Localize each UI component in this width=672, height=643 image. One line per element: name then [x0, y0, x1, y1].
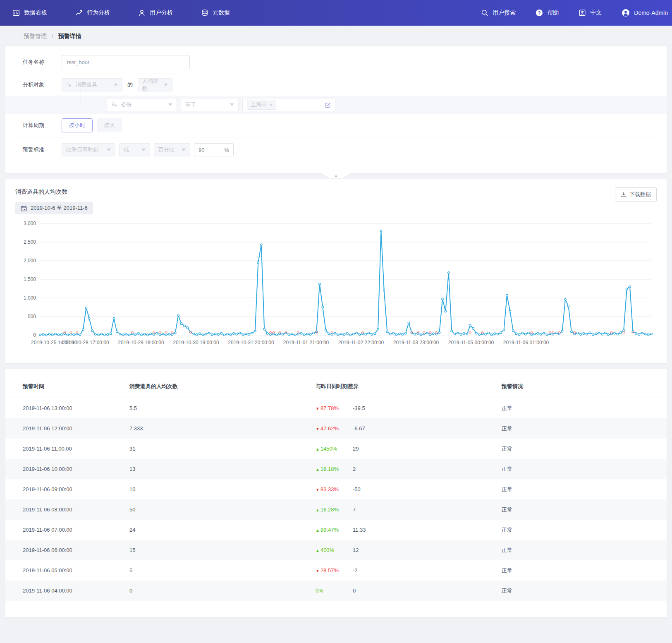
task-name-input[interactable]: test_hour: [62, 55, 190, 69]
nav-item-user-analysis[interactable]: 用户分析: [138, 9, 173, 17]
data-point: [614, 332, 616, 334]
status-text: 正常: [502, 465, 667, 473]
table-row: 2019-11-06 06:00:0015▲400%12正常: [5, 540, 667, 560]
data-point: [463, 333, 465, 335]
diff-cell: ▲89.47%11.33: [316, 527, 502, 533]
data-point: [383, 290, 385, 292]
data-point: [386, 331, 388, 333]
data-point: [352, 333, 354, 335]
metric-value-cell: 13: [129, 466, 316, 472]
diff-value: 12: [353, 547, 359, 553]
data-point: [147, 334, 149, 336]
date-range-picker[interactable]: 2019-10-6 至 2019-11-6: [15, 202, 93, 214]
filter-value-text: 上海市: [251, 101, 267, 108]
data-point: [617, 333, 619, 335]
alert-table-panel: 预警时间消费道具的人均次数与昨日同时刻差异预警情况 2019-11-06 13:…: [5, 369, 667, 617]
table-row: 2019-11-06 13:00:005.5▼87.78%-39.5正常: [5, 398, 667, 418]
data-point: [220, 332, 222, 334]
period-daily-button[interactable]: 按天: [97, 118, 122, 132]
data-point: [202, 334, 204, 336]
download-label: 下载数据: [629, 191, 651, 198]
diff-value: 29: [353, 446, 359, 452]
status-text: 正常: [502, 567, 667, 574]
status-text: 正常: [502, 425, 667, 432]
nav-item-behavior[interactable]: 行为分析: [75, 9, 110, 17]
data-point: [644, 333, 646, 335]
nav-item-help[interactable]: ?帮助: [536, 9, 559, 17]
trend-percent: 0%: [316, 588, 353, 594]
property-list-icon: [111, 102, 117, 108]
click-event-icon: [66, 82, 72, 88]
data-point: [647, 333, 649, 336]
data-point: [122, 334, 124, 336]
nav-item-language[interactable]: 中文: [579, 9, 602, 17]
diff-value: 2: [353, 466, 356, 472]
breadcrumb-parent-link[interactable]: 预警管理: [24, 33, 47, 39]
data-point: [438, 331, 440, 333]
collapse-panel-toggle[interactable]: ▲: [322, 173, 351, 178]
nav-item-user-search[interactable]: 用户搜索: [481, 9, 516, 17]
data-point: [395, 333, 397, 336]
nav-item-label: 数据看板: [24, 9, 47, 17]
measure-select-value: 人均次数: [142, 77, 160, 92]
series-line: [40, 231, 651, 335]
data-point: [141, 334, 143, 336]
diff-value: -39.5: [353, 405, 365, 411]
data-point: [448, 272, 450, 274]
main-menu: 数据看板行为分析用户分析元数据: [12, 9, 258, 17]
status-text: 正常: [502, 587, 667, 595]
data-point: [564, 298, 567, 300]
alert-marker-icon: ☼: [284, 329, 288, 334]
data-point: [641, 332, 643, 334]
diff-cell: 0%0: [316, 588, 502, 594]
diff-cell: ▼87.78%-39.5: [316, 405, 502, 411]
diff-value: -50: [353, 486, 361, 492]
x-axis-tick-label: 2019-11-02 22:00:00: [338, 340, 384, 345]
status-text: 正常: [502, 526, 667, 534]
metric-value-cell: 7.333: [129, 425, 316, 432]
download-data-button[interactable]: 下载数据: [615, 187, 657, 202]
alert-marker-icon: ☼: [330, 329, 334, 334]
data-point: [521, 332, 524, 334]
y-axis-tick-label: 2,500: [24, 239, 36, 245]
table-row: 2019-11-06 04:00:0000%0正常: [5, 581, 667, 601]
table-row: 2019-11-06 08:00:0050▲16.28%7正常: [5, 499, 667, 520]
alert-time-cell: 2019-11-06 11:00:00: [5, 446, 129, 452]
metric-value-cell: 0: [129, 588, 316, 594]
data-point: [230, 333, 232, 336]
data-point: [177, 314, 179, 317]
collapse-arrow-icon: ▲: [335, 174, 338, 178]
nav-item-label: 帮助: [547, 9, 559, 17]
status-text: 正常: [502, 445, 667, 453]
nav-item-account[interactable]: Demo-Admin: [622, 9, 668, 17]
chevron-down-icon: [168, 103, 172, 106]
metric-value-cell: 31: [129, 446, 316, 452]
nav-item-dashboard[interactable]: 数据看板: [12, 9, 47, 17]
alert-time-cell: 2019-11-06 13:00:00: [5, 405, 129, 411]
data-point: [245, 333, 247, 335]
data-point: [349, 334, 352, 336]
data-point: [100, 333, 103, 335]
alert-time-cell: 2019-11-06 12:00:00: [5, 425, 129, 432]
edit-icon[interactable]: [325, 102, 331, 108]
data-point: [485, 333, 487, 336]
nav-item-metadata[interactable]: 元数据: [201, 9, 230, 17]
trend-up-icon: ▲: [316, 447, 320, 451]
data-point: [113, 317, 115, 319]
threshold-input[interactable]: 90 %: [194, 143, 234, 156]
data-point: [125, 333, 127, 336]
threshold-unit: %: [224, 147, 229, 153]
chart-title: 消费道具的人均次数: [15, 188, 657, 196]
dashboard-icon: [12, 9, 20, 17]
y-axis-tick-label: 0: [33, 332, 36, 338]
data-point: [116, 331, 118, 333]
data-point: [251, 332, 253, 334]
data-point: [261, 244, 263, 246]
chevron-down-icon: [114, 84, 118, 86]
data-point: [248, 333, 250, 336]
period-hourly-button[interactable]: 按小时: [62, 118, 93, 132]
line-chart[interactable]: 05001,0001,5002,0002,5003,000☼☼☼☼☼☼☼☼☼☼☼…: [15, 218, 654, 356]
data-point: [583, 333, 585, 335]
data-point: [180, 323, 182, 325]
data-point: [626, 288, 628, 290]
